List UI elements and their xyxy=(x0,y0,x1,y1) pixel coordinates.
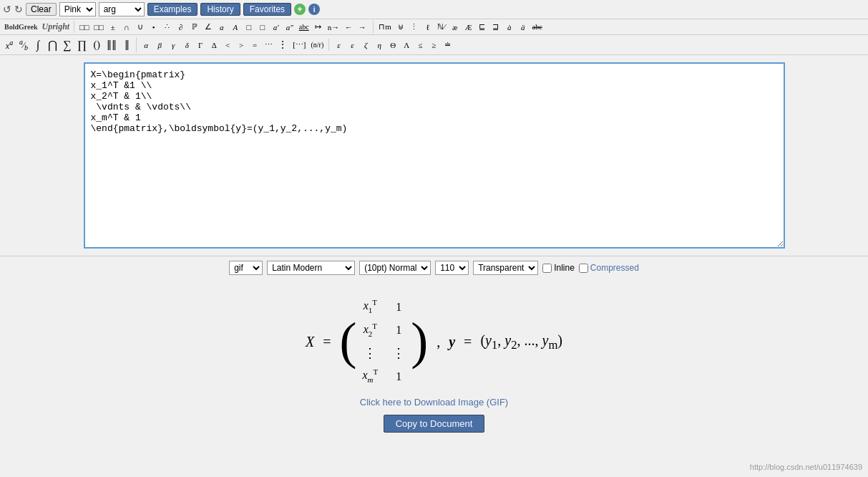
sym-epsilon[interactable]: ε xyxy=(332,39,345,51)
sym-uplus[interactable]: ⊎ xyxy=(394,21,407,33)
sym-dbl-vert[interactable]: ‖‖ xyxy=(104,37,119,52)
sym-a-grave[interactable]: à xyxy=(503,21,516,33)
info-icon[interactable]: i xyxy=(308,4,320,15)
sym-Delta[interactable]: Δ xyxy=(208,39,220,51)
redo-icon: ↻ xyxy=(14,4,23,15)
sym-pm[interactable]: ± xyxy=(107,21,120,33)
font-select[interactable]: Latin Modern Computer Modern STIX xyxy=(267,261,355,275)
sym-geq[interactable]: ≥ xyxy=(427,39,440,51)
sym-N-slash[interactable]: ℕ∕ xyxy=(435,21,448,33)
sym-italic-A[interactable]: A xyxy=(229,21,242,33)
cell-32: ⋮ xyxy=(392,343,405,364)
sym-gamma[interactable]: γ xyxy=(167,39,180,51)
sym-a-uml[interactable]: ä xyxy=(517,21,530,33)
sym-gt[interactable]: > xyxy=(235,39,248,51)
latex-editor[interactable]: X=\begin{pmatrix} x_1^T &1 \\ x_2^T & 1\… xyxy=(84,62,785,249)
bg-select[interactable]: Transparent White Black xyxy=(473,261,538,275)
sym-box-a[interactable]: □ xyxy=(243,21,255,33)
cell-11: x1T xyxy=(362,297,378,317)
sym-dots-3[interactable]: ⋮ xyxy=(408,21,421,33)
sym-ell[interactable]: ℓ xyxy=(421,21,434,33)
sym-prod[interactable]: ∏ xyxy=(75,37,89,53)
sym-cup[interactable]: ∪ xyxy=(134,21,147,33)
compressed-label: Compressed xyxy=(590,263,639,273)
inline-checkbox-label[interactable]: Inline xyxy=(542,263,575,273)
math-display: X = ( x1T 1 x2T 1 ⋮ ⋮ xmT 1 ) xyxy=(306,294,562,389)
sym-zeta[interactable]: ζ xyxy=(359,39,372,51)
sym-mapsto[interactable]: ↦ xyxy=(312,21,325,33)
sym-mathbb-p[interactable]: ℙ xyxy=(188,21,201,33)
add-icon[interactable]: + xyxy=(294,4,306,15)
sym-vert[interactable]: ‖ xyxy=(120,37,133,52)
favorites-button[interactable]: Favorites xyxy=(243,3,291,16)
inline-checkbox[interactable] xyxy=(542,264,552,273)
bottom-toolbar: gif png svg Latin Modern Computer Modern… xyxy=(0,256,868,279)
sym-leq[interactable]: ≤ xyxy=(414,39,426,51)
history-button[interactable]: History xyxy=(200,3,240,16)
sym-abc-strike[interactable]: abc xyxy=(530,21,545,32)
greek-group2: ε ε ζ η Θ Λ ≤ ≥ ≐ xyxy=(328,39,454,51)
sym-angle[interactable]: ∠ xyxy=(202,21,215,33)
sym-box-b[interactable]: □ xyxy=(256,21,269,33)
sym-eq[interactable]: = xyxy=(248,39,261,51)
sym-cdots[interactable]: ⋯ xyxy=(262,39,275,51)
sym-ae[interactable]: æ xyxy=(449,21,462,33)
symbol-group-2a: □□ □□ ± ∩ ∪ • ∴ ∂ ℙ ∠ a A □ □ a′ a″ abc … xyxy=(74,21,369,33)
sym-parens[interactable]: () xyxy=(90,38,103,52)
size-select[interactable]: (10pt) Normal (12pt) Large (8pt) Small xyxy=(359,261,431,275)
sym-Gamma[interactable]: Γ xyxy=(194,39,207,51)
equals-sign: = xyxy=(323,330,331,353)
sym-Theta[interactable]: Θ xyxy=(386,39,399,51)
sym-a-dbl-prime[interactable]: a″ xyxy=(283,21,296,33)
sym-frac[interactable]: a⁄b xyxy=(17,37,30,53)
main-content: X=\begin{pmatrix} x_1^T &1 \\ x_2^T & 1\… xyxy=(0,55,868,256)
sym-delta-lower[interactable]: δ xyxy=(180,39,193,51)
greek-group: α β γ δ Γ Δ < > = ⋯ ⋮ [⋯] (n/r) xyxy=(136,37,326,52)
sym-boxbox1[interactable]: □□ xyxy=(77,21,91,33)
sym-italic-a[interactable]: a xyxy=(215,21,228,33)
sym-lt[interactable]: < xyxy=(221,39,234,51)
sym-vdots[interactable]: ⋮ xyxy=(275,37,290,52)
sym-sum[interactable]: ∑ xyxy=(61,37,74,53)
sym-boxbox2[interactable]: □□ xyxy=(92,21,105,33)
color-select[interactable]: Pink Blue Red xyxy=(59,2,96,16)
arg-select[interactable]: arg display inline xyxy=(99,2,145,16)
dpi-select[interactable]: 110 150 200 xyxy=(435,261,469,275)
sym-integral[interactable]: ∫ xyxy=(31,37,44,53)
sym-binom[interactable]: (n/r) xyxy=(309,39,326,50)
sym-partial[interactable]: ∂ xyxy=(175,21,187,33)
sym-a-prime[interactable]: a′ xyxy=(270,21,283,33)
sym-doteq[interactable]: ≐ xyxy=(441,39,454,51)
format-select[interactable]: gif png svg xyxy=(229,261,263,275)
compressed-checkbox[interactable] xyxy=(579,264,588,273)
toolbar-row2: BoldGreek Upright □□ □□ ± ∩ ∪ • ∴ ∂ ℙ ∠ … xyxy=(0,19,868,35)
download-link[interactable]: Click here to Download Image (GIF) xyxy=(360,397,508,408)
copy-to-document-button[interactable]: Copy to Document xyxy=(384,415,485,433)
sym-cdot[interactable]: • xyxy=(147,21,160,33)
sym-abc-under[interactable]: abc xyxy=(297,21,311,32)
compressed-checkbox-label[interactable]: Compressed xyxy=(579,263,639,273)
sym-cap[interactable]: ∩ xyxy=(120,21,133,33)
sym-AE[interactable]: Æ xyxy=(462,21,475,33)
sym-fm[interactable]: ⊓m xyxy=(376,21,394,33)
left-paren: ( xyxy=(339,319,356,363)
rendered-section: X = ( x1T 1 x2T 1 ⋮ ⋮ xmT 1 ) xyxy=(0,279,868,439)
sym-varepsilon[interactable]: ε xyxy=(346,39,359,51)
sym-therefore[interactable]: ∴ xyxy=(161,21,174,33)
sym-eta[interactable]: η xyxy=(373,39,386,51)
sym-xsup[interactable]: xa xyxy=(3,37,16,53)
cell-31: ⋮ xyxy=(362,343,378,364)
matrix-X-label: X xyxy=(306,330,314,353)
sym-Lambda[interactable]: Λ xyxy=(400,39,413,51)
examples-button[interactable]: Examples xyxy=(147,3,198,16)
sym-bracket-cdots[interactable]: [⋯] xyxy=(291,39,308,51)
sym-beta[interactable]: β xyxy=(153,39,166,51)
sym-n-arrow[interactable]: n→ xyxy=(326,21,342,33)
sym-bigcap[interactable]: ⋂ xyxy=(46,37,59,53)
sym-right-arrow[interactable]: → xyxy=(356,21,369,33)
sym-sqsubset[interactable]: ⊑ xyxy=(476,21,489,33)
sym-alpha[interactable]: α xyxy=(140,39,152,51)
sym-left-arrow[interactable]: ← xyxy=(342,21,355,33)
sym-sqsupset[interactable]: ⊒ xyxy=(489,21,502,33)
clear-button[interactable]: Clear xyxy=(26,3,57,16)
